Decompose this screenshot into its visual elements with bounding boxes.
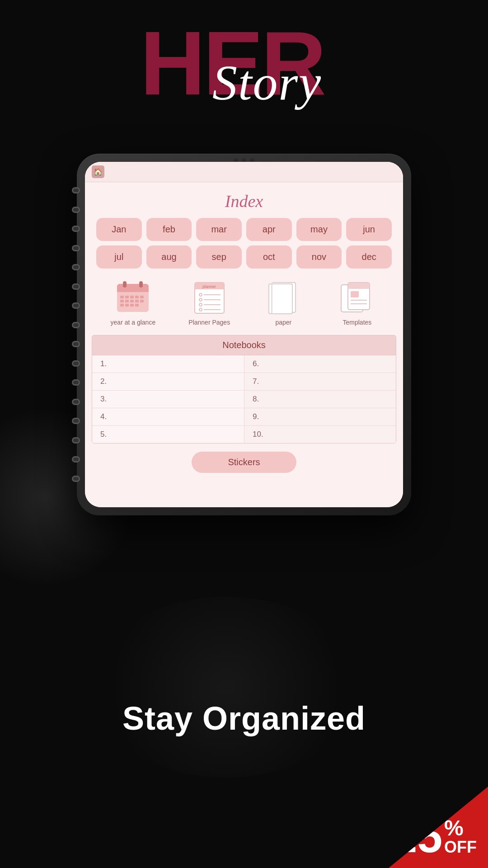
notebook-cell-4[interactable]: 4. — [92, 408, 244, 426]
month-sep[interactable]: sep — [196, 245, 242, 269]
month-oct[interactable]: oct — [246, 245, 292, 269]
brand-header: HER Story — [0, 18, 488, 145]
planner-index-title: Index — [85, 182, 403, 218]
month-aug[interactable]: aug — [146, 245, 192, 269]
tablet-screen: 🏠 Index Jan feb mar apr may jun jul aug … — [85, 162, 403, 507]
month-apr[interactable]: apr — [246, 218, 292, 241]
spiral-ring — [72, 322, 80, 328]
spiral-ring — [72, 456, 80, 462]
svg-rect-6 — [125, 296, 129, 298]
month-mar[interactable]: mar — [196, 218, 242, 241]
svg-rect-10 — [120, 300, 124, 302]
spiral-ring — [72, 341, 80, 347]
svg-rect-3 — [123, 281, 127, 288]
notebooks-section: Notebooks 1. 6. 2. 7. 3. 8. 4. 9. 5. 10. — [92, 335, 396, 443]
notebook-cell-9[interactable]: 9. — [244, 408, 396, 426]
spiral-ring — [72, 264, 80, 270]
svg-rect-2 — [117, 288, 149, 292]
svg-rect-18 — [135, 304, 139, 307]
home-icon[interactable]: 🏠 — [92, 165, 104, 178]
paper-icon — [263, 280, 304, 316]
spiral-ring — [72, 302, 80, 309]
planner-pages-icon: planner — [189, 280, 230, 316]
notebook-cell-5[interactable]: 5. — [92, 426, 244, 443]
paper-item[interactable]: paper — [263, 280, 304, 326]
calendar-svg — [115, 280, 151, 316]
tablet-frame: 🏠 Index Jan feb mar apr may jun jul aug … — [77, 154, 411, 515]
notebook-cell-3[interactable]: 3. — [92, 391, 244, 408]
percent-symbol: % — [444, 817, 464, 839]
tagline: Stay Organized — [0, 700, 488, 737]
templates-label: Templates — [343, 319, 372, 326]
spiral-ring — [72, 187, 80, 193]
svg-rect-5 — [120, 296, 124, 298]
svg-rect-8 — [135, 296, 139, 298]
planner-pages-item[interactable]: planner Planner Pages — [188, 280, 230, 326]
planner-pages-label: Planner Pages — [188, 319, 230, 326]
month-may[interactable]: may — [296, 218, 342, 241]
month-feb[interactable]: feb — [146, 218, 192, 241]
year-at-a-glance-item[interactable]: year at a glance — [111, 280, 156, 326]
off-text: OFF — [444, 839, 477, 855]
templates-item[interactable]: Templates — [337, 280, 377, 326]
discount-percent-off: % OFF — [442, 817, 477, 859]
notebook-cell-2[interactable]: 2. — [92, 373, 244, 391]
stickers-button[interactable]: Stickers — [192, 452, 296, 473]
paper-label: paper — [275, 319, 291, 326]
notebooks-header: Notebooks — [92, 335, 396, 355]
planner-svg: planner — [192, 280, 226, 316]
svg-rect-37 — [348, 286, 370, 289]
spiral-ring — [72, 379, 80, 386]
svg-rect-4 — [139, 281, 143, 288]
svg-rect-15 — [120, 304, 124, 307]
svg-rect-13 — [135, 300, 139, 302]
spiral-ring — [72, 418, 80, 424]
notebook-cell-1[interactable]: 1. — [92, 355, 244, 373]
notebook-cell-7[interactable]: 7. — [244, 373, 396, 391]
discount-badge: 25 % OFF — [389, 787, 488, 868]
svg-rect-7 — [130, 296, 134, 298]
spiral-binding — [71, 181, 80, 488]
svg-rect-17 — [130, 304, 134, 307]
year-at-glance-icon — [113, 280, 153, 316]
discount-inner: 25 % OFF — [392, 814, 477, 859]
templates-svg — [339, 280, 375, 316]
svg-rect-12 — [130, 300, 134, 302]
tablet-container: 🏠 Index Jan feb mar apr may jun jul aug … — [77, 154, 411, 515]
story-logo-text: Story — [212, 54, 322, 112]
svg-text:planner: planner — [202, 284, 216, 289]
month-dec[interactable]: dec — [346, 245, 392, 269]
spiral-ring — [72, 476, 80, 482]
spiral-ring — [72, 245, 80, 251]
spiral-ring — [72, 226, 80, 232]
notebook-cell-10[interactable]: 10. — [244, 426, 396, 443]
svg-rect-9 — [140, 296, 144, 298]
planner-nav: 🏠 — [85, 162, 403, 182]
month-jun[interactable]: jun — [346, 218, 392, 241]
notebooks-grid: 1. 6. 2. 7. 3. 8. 4. 9. 5. 10. — [92, 355, 396, 443]
spiral-ring — [72, 437, 80, 443]
spiral-ring — [72, 283, 80, 290]
svg-rect-14 — [140, 300, 144, 302]
months-grid: Jan feb mar apr may jun jul aug sep oct … — [85, 218, 403, 275]
svg-rect-33 — [271, 283, 272, 313]
spiral-ring — [72, 360, 80, 367]
templates-icon — [337, 280, 377, 316]
svg-rect-11 — [125, 300, 129, 302]
svg-rect-16 — [125, 304, 129, 307]
year-at-glance-label: year at a glance — [111, 319, 156, 326]
notebook-cell-6[interactable]: 6. — [244, 355, 396, 373]
notebook-cell-8[interactable]: 8. — [244, 391, 396, 408]
month-nov[interactable]: nov — [296, 245, 342, 269]
planner-content: 🏠 Index Jan feb mar apr may jun jul aug … — [85, 162, 403, 507]
discount-number: 25 — [392, 814, 442, 859]
paper-svg — [265, 280, 301, 316]
icon-section: year at a glance planner — [85, 275, 403, 333]
spiral-ring — [72, 207, 80, 213]
spiral-ring — [72, 399, 80, 405]
svg-rect-38 — [351, 291, 359, 297]
month-jul[interactable]: jul — [96, 245, 142, 269]
month-jan[interactable]: Jan — [96, 218, 142, 241]
